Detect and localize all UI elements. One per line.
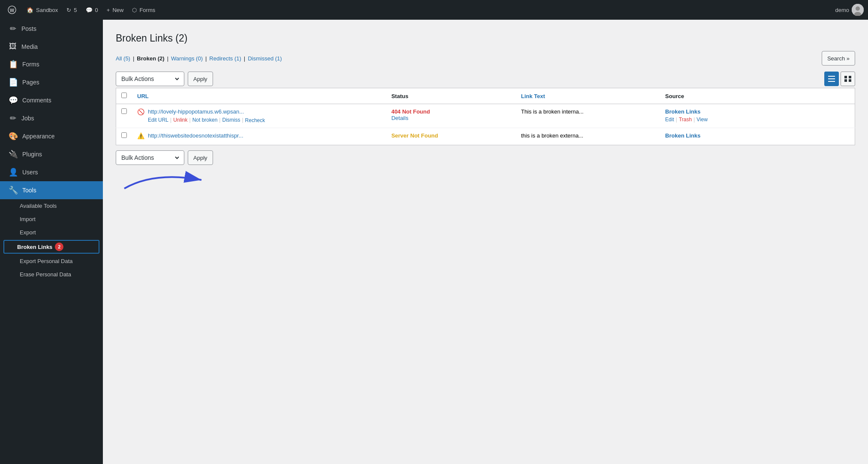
main-content: Broken Links (2) All (5) | Broken (2) | … bbox=[103, 20, 868, 464]
row1-url-link[interactable]: http://lovely-hippopotamus.w6.wpsan... bbox=[148, 108, 265, 115]
sidebar-item-plugins[interactable]: 🔌 Plugins bbox=[0, 145, 103, 163]
row2-checkbox[interactable] bbox=[121, 132, 127, 138]
sandbox-label: Sandbox bbox=[36, 7, 58, 13]
home-icon: 🏠 bbox=[27, 7, 33, 13]
admin-bar-updates[interactable]: ↻ 5 bbox=[62, 0, 81, 20]
search-button[interactable]: Search » bbox=[822, 51, 855, 66]
filter-redirects[interactable]: Redirects (1) bbox=[209, 55, 241, 62]
svg-rect-9 bbox=[849, 76, 851, 78]
apply-button-top[interactable]: Apply bbox=[188, 72, 213, 86]
user-label[interactable]: demo bbox=[835, 7, 849, 13]
table-row: 🚫 http://lovely-hippopotamus.w6.wpsan...… bbox=[116, 104, 855, 128]
arrow-annotation bbox=[120, 167, 214, 194]
users-icon: 👤 bbox=[9, 168, 18, 177]
row1-source-cell: Broken Links Edit | Trash | View bbox=[660, 104, 855, 128]
warning-icon: ⚠️ bbox=[137, 132, 144, 139]
svg-rect-10 bbox=[844, 79, 847, 82]
sidebar-item-tools[interactable]: 🔧 Tools bbox=[0, 181, 103, 199]
error-icon: 🚫 bbox=[137, 108, 144, 115]
sidebar-item-jobs[interactable]: ✏ Jobs bbox=[0, 109, 103, 127]
comments-count: 0 bbox=[95, 7, 98, 13]
sidebar-item-comments[interactable]: 💬 Comments bbox=[0, 91, 103, 109]
row1-edit-action[interactable]: Edit bbox=[665, 117, 674, 123]
sidebar-sub-erase-personal[interactable]: Erase Personal Data bbox=[0, 268, 103, 281]
row2-url-container: ⚠️ http://thiswebsitedoesnotexistatthisp… bbox=[137, 132, 381, 141]
svg-rect-11 bbox=[849, 79, 851, 82]
dismiss-action[interactable]: Dismiss bbox=[222, 117, 240, 123]
admin-bar-new[interactable]: + New bbox=[102, 0, 128, 20]
sidebar-sub-export[interactable]: Export bbox=[0, 226, 103, 239]
bulk-actions-select-input[interactable]: Bulk Actions bbox=[120, 75, 180, 83]
layout: ✏ Posts 🖼 Media 📋 Forms 📄 Pages 💬 Commen… bbox=[0, 20, 868, 464]
col-header-linktext[interactable]: Link Text bbox=[516, 88, 660, 104]
svg-text:W: W bbox=[10, 8, 15, 13]
comments-icon: 💬 bbox=[86, 7, 93, 13]
sidebar-item-label: Forms bbox=[22, 61, 39, 68]
admin-bar-right: demo bbox=[835, 4, 864, 16]
wp-logo[interactable]: W bbox=[4, 2, 20, 18]
edit-url-action[interactable]: Edit URL bbox=[148, 117, 168, 123]
row1-linktext-cell: This is a broken interna... bbox=[516, 104, 660, 128]
avatar[interactable] bbox=[852, 4, 864, 16]
admin-bar-sandbox[interactable]: 🏠 Sandbox bbox=[22, 0, 62, 20]
sidebar: ✏ Posts 🖼 Media 📋 Forms 📄 Pages 💬 Commen… bbox=[0, 20, 103, 464]
row1-linktext: This is a broken interna... bbox=[521, 108, 583, 115]
row2-url-cell: ⚠️ http://thiswebsitedoesnotexistatthisp… bbox=[132, 128, 386, 145]
sidebar-item-label: Jobs bbox=[21, 115, 34, 122]
row2-checkbox-cell bbox=[116, 128, 132, 145]
svg-rect-7 bbox=[828, 81, 835, 82]
sidebar-item-label: Plugins bbox=[22, 151, 42, 158]
svg-rect-5 bbox=[828, 76, 835, 77]
row1-source-link[interactable]: Broken Links bbox=[665, 108, 850, 115]
row2-source-cell: Broken Links bbox=[660, 128, 855, 145]
row2-linktext: this is a broken externa... bbox=[521, 132, 583, 139]
unlink-action[interactable]: Unlink bbox=[173, 117, 187, 123]
table-row: ⚠️ http://thiswebsitedoesnotexistatthisp… bbox=[116, 128, 855, 145]
sidebar-item-users[interactable]: 👤 Users bbox=[0, 163, 103, 181]
bulk-actions-dropdown[interactable]: Bulk Actions bbox=[116, 72, 184, 86]
row1-url-container: 🚫 http://lovely-hippopotamus.w6.wpsan...… bbox=[137, 108, 381, 123]
filter-all[interactable]: All (5) bbox=[116, 55, 130, 62]
list-view-button[interactable] bbox=[824, 72, 839, 86]
plugins-icon: 🔌 bbox=[9, 150, 18, 159]
not-broken-action[interactable]: Not broken bbox=[192, 117, 218, 123]
sidebar-sub-broken-links[interactable]: Broken Links 2 bbox=[3, 240, 99, 254]
sidebar-sub-export-personal[interactable]: Export Personal Data bbox=[0, 254, 103, 268]
apply-button-bottom[interactable]: Apply bbox=[188, 150, 213, 165]
jobs-icon: ✏ bbox=[9, 114, 17, 123]
sidebar-item-media[interactable]: 🖼 Media bbox=[0, 38, 103, 55]
page-title: Broken Links (2) bbox=[116, 33, 855, 44]
recheck-action[interactable]: Recheck bbox=[245, 117, 265, 123]
bottom-toolbar: Bulk Actions Apply bbox=[116, 150, 855, 165]
col-header-url[interactable]: URL bbox=[132, 88, 386, 104]
updates-icon: ↻ bbox=[66, 7, 71, 13]
sidebar-sub-available-tools[interactable]: Available Tools bbox=[0, 199, 103, 213]
row1-view-action[interactable]: View bbox=[697, 117, 708, 123]
filter-broken[interactable]: Broken (2) bbox=[137, 55, 164, 62]
row1-url-cell: 🚫 http://lovely-hippopotamus.w6.wpsan...… bbox=[132, 104, 386, 128]
col-header-status: Status bbox=[386, 88, 516, 104]
sidebar-item-appearance[interactable]: 🎨 Appearance bbox=[0, 127, 103, 145]
grid-view-button[interactable] bbox=[841, 72, 855, 86]
row2-source-link[interactable]: Broken Links bbox=[665, 132, 850, 139]
row1-details-link[interactable]: Details bbox=[391, 115, 408, 121]
svg-rect-6 bbox=[828, 78, 835, 79]
row1-checkbox[interactable] bbox=[121, 108, 127, 114]
sidebar-item-pages[interactable]: 📄 Pages bbox=[0, 73, 103, 91]
broken-links-label: Broken Links bbox=[17, 244, 52, 250]
row2-linktext-cell: this is a broken externa... bbox=[516, 128, 660, 145]
sidebar-sub-import[interactable]: Import bbox=[0, 213, 103, 226]
admin-bar-comments[interactable]: 💬 0 bbox=[81, 0, 102, 20]
filter-warnings[interactable]: Warnings (0) bbox=[171, 55, 203, 62]
new-label: New bbox=[112, 7, 123, 13]
row2-url-link[interactable]: http://thiswebsitedoesnotexistatthispr..… bbox=[148, 132, 243, 139]
admin-bar-forms[interactable]: ⬡ Forms bbox=[128, 0, 159, 20]
select-all-checkbox[interactable] bbox=[121, 93, 127, 98]
sidebar-item-posts[interactable]: ✏ Posts bbox=[0, 20, 103, 38]
filter-dismissed[interactable]: Dismissed (1) bbox=[248, 55, 282, 62]
media-icon: 🖼 bbox=[9, 42, 17, 51]
bulk-actions-select-bottom[interactable]: Bulk Actions bbox=[120, 154, 180, 162]
bulk-actions-dropdown-bottom[interactable]: Bulk Actions bbox=[116, 150, 184, 165]
row1-trash-action[interactable]: Trash bbox=[679, 117, 692, 123]
sidebar-item-forms[interactable]: 📋 Forms bbox=[0, 55, 103, 73]
